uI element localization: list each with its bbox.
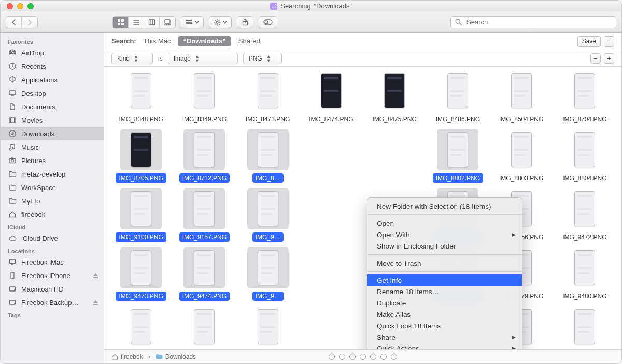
- menu-item-show-in-enclosing-folder[interactable]: Show in Enclosing Folder: [367, 240, 522, 252]
- sidebar-item-pictures[interactable]: Pictures: [1, 154, 104, 167]
- file-item[interactable]: IMG_8473.PNG: [237, 70, 299, 124]
- file-item[interactable]: IMG_9472.PNG: [554, 188, 615, 242]
- file-grid[interactable]: IMG_8348.PNG IMG_8349.PNG IMG_8473.PNG I…: [104, 67, 621, 349]
- criteria-subvalue-popup[interactable]: PNG ▲▼: [243, 53, 282, 64]
- sidebar-item-myftp[interactable]: MyFtp: [1, 194, 104, 208]
- gear-icon: [214, 19, 221, 26]
- svg-rect-3: [121, 23, 124, 25]
- file-item[interactable]: [110, 306, 172, 349]
- menu-item-move-to-trash[interactable]: Move to Trash: [367, 257, 522, 269]
- menu-item-duplicate[interactable]: Duplicate: [367, 297, 522, 309]
- page-dot[interactable]: [329, 354, 335, 360]
- path-crumb-downloads[interactable]: Downloads: [156, 353, 196, 360]
- window-title-quoted: “Downloads”: [314, 2, 352, 10]
- page-dot[interactable]: [370, 354, 376, 360]
- zoom-window-button[interactable]: [27, 3, 34, 9]
- sidebar-item-macintosh-hd[interactable]: Macintosh HD: [1, 282, 104, 296]
- file-item[interactable]: IMG_8475.PNG: [364, 70, 425, 124]
- menu-item-rename-18-items[interactable]: Rename 18 Items…: [367, 286, 522, 297]
- scope-shared[interactable]: Shared: [238, 37, 260, 45]
- sidebar-item-downloads[interactable]: Downloads: [1, 127, 104, 140]
- file-item[interactable]: [237, 306, 299, 349]
- file-item[interactable]: IMG_9474.PNG: [174, 247, 235, 301]
- criteria-value-popup[interactable]: Image ▲▼: [168, 53, 238, 64]
- file-item[interactable]: IMG_8803.PNG: [491, 129, 552, 183]
- file-item[interactable]: IMG_8348.PNG: [110, 70, 172, 124]
- page-dot[interactable]: [380, 354, 387, 360]
- sidebar-item-applications[interactable]: Applications: [1, 73, 104, 86]
- file-item[interactable]: [554, 306, 615, 349]
- file-item[interactable]: IMG_8802.PNG: [427, 129, 488, 183]
- page-dot[interactable]: [391, 354, 397, 360]
- close-window-button[interactable]: [7, 3, 13, 9]
- search-input[interactable]: [465, 18, 613, 26]
- save-search-button[interactable]: Save: [577, 36, 601, 47]
- sidebar-item-metaz-develop[interactable]: metaz-develop: [1, 167, 104, 181]
- file-item[interactable]: IMG_8504.PNG: [491, 70, 552, 124]
- scope-downloads-active[interactable]: “Downloads”: [178, 36, 231, 46]
- eject-icon[interactable]: [93, 300, 98, 305]
- file-item[interactable]: IMG_8486.PNG: [427, 70, 488, 124]
- sidebar-item-fireebok[interactable]: fireebok: [1, 208, 104, 221]
- menu-item-quick-actions[interactable]: Quick Actions: [367, 343, 522, 349]
- page-dot[interactable]: [349, 354, 356, 360]
- share-button[interactable]: [237, 16, 253, 28]
- minimize-window-button[interactable]: [17, 3, 23, 9]
- svg-rect-1: [121, 19, 124, 22]
- search-folder-icon: [270, 3, 277, 10]
- tags-button[interactable]: [259, 16, 277, 28]
- action-menu-button[interactable]: [209, 16, 232, 28]
- group-by-button[interactable]: [181, 16, 204, 28]
- sidebar-item-desktop[interactable]: Desktop: [1, 86, 104, 100]
- page-dot[interactable]: [339, 354, 345, 360]
- file-item[interactable]: IMG_8…: [237, 129, 299, 183]
- sidebar-item-documents[interactable]: Documents: [1, 100, 104, 113]
- folder-icon: [8, 197, 17, 205]
- criteria-attribute-popup[interactable]: Kind ▲▼: [111, 53, 153, 64]
- view-list-button[interactable]: [129, 17, 144, 28]
- file-item[interactable]: IMG_8804.PNG: [554, 129, 615, 183]
- criteria-add-button[interactable]: +: [604, 53, 614, 64]
- page-dot[interactable]: [360, 354, 366, 360]
- sidebar-item-airdrop[interactable]: AirDrop: [1, 46, 104, 60]
- menu-item-make-alias[interactable]: Make Alias: [367, 309, 522, 320]
- file-item[interactable]: IMG_8474.PNG: [301, 70, 362, 124]
- file-item[interactable]: IMG_8712.PNG: [174, 129, 235, 183]
- sidebar-item-movies[interactable]: Movies: [1, 113, 104, 127]
- sidebar-item-icloud-drive[interactable]: iCloud Drive: [1, 231, 104, 245]
- sidebar-item-music[interactable]: Music: [1, 140, 104, 154]
- path-crumb-home[interactable]: fireebok: [111, 353, 143, 360]
- sidebar-item-fireebok-iphone[interactable]: Fireebok iPhone: [1, 269, 104, 282]
- sidebar-item-workspace[interactable]: WorkSpace: [1, 181, 104, 194]
- menu-item-open[interactable]: Open: [367, 217, 522, 229]
- menu-item-share[interactable]: Share: [367, 331, 522, 343]
- forward-button[interactable]: [22, 17, 37, 28]
- file-thumbnail: [120, 129, 162, 170]
- file-item[interactable]: [174, 306, 235, 349]
- search-field[interactable]: [450, 16, 616, 28]
- file-item[interactable]: IMG_9…: [237, 188, 299, 242]
- file-item[interactable]: IMG_9100.PNG: [110, 188, 172, 242]
- scope-this-mac[interactable]: This Mac: [144, 37, 171, 45]
- back-button[interactable]: [6, 17, 22, 28]
- eject-icon[interactable]: [93, 273, 98, 279]
- view-gallery-button[interactable]: [160, 17, 175, 28]
- sidebar-item-recents[interactable]: Recents: [1, 60, 104, 73]
- view-column-button[interactable]: [144, 17, 160, 28]
- file-item[interactable]: IMG_8349.PNG: [174, 70, 235, 124]
- file-item[interactable]: IMG_9157.PNG: [174, 188, 235, 242]
- view-icon-button[interactable]: [113, 17, 129, 28]
- sidebar-item-fireebok-imac[interactable]: Fireebok iMac: [1, 255, 104, 269]
- sidebar-item-fireebok-backup-[interactable]: Fireebok Backup…: [1, 296, 104, 309]
- file-item[interactable]: IMG_8704.PNG: [554, 70, 615, 124]
- file-item[interactable]: IMG_9480.PNG: [554, 247, 615, 301]
- criteria-remove-button[interactable]: −: [590, 53, 601, 64]
- menu-item-get-info[interactable]: Get Info: [367, 274, 522, 286]
- menu-item-new-folder-with-selection-18-items[interactable]: New Folder with Selection (18 Items): [367, 200, 522, 212]
- file-item[interactable]: IMG_9473.PNG: [110, 247, 172, 301]
- menu-item-quick-look-18-items[interactable]: Quick Look 18 Items: [367, 320, 522, 331]
- file-item[interactable]: IMG_9…: [237, 247, 299, 301]
- remove-criteria-button[interactable]: −: [604, 36, 614, 47]
- menu-item-open-with[interactable]: Open With: [367, 229, 522, 240]
- file-item[interactable]: IMG_8705.PNG: [110, 129, 172, 183]
